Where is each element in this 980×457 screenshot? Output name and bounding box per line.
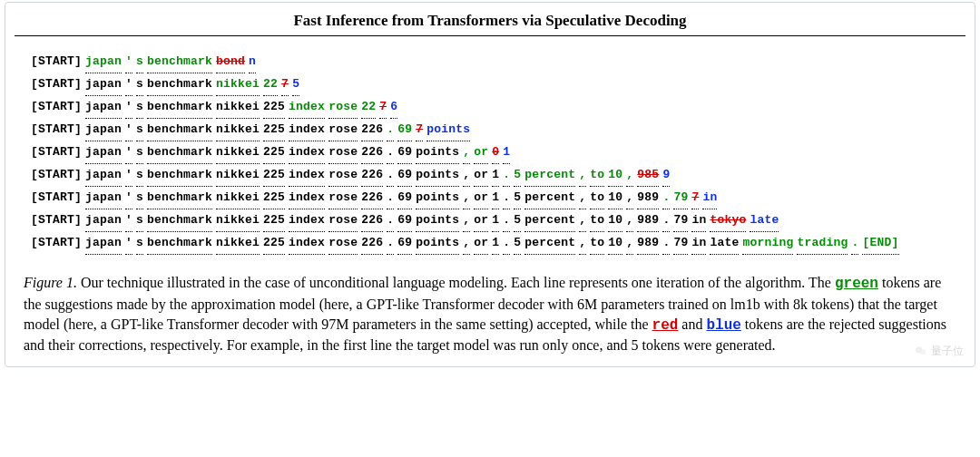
iteration-row: [START]japan'sbenchmarknikkei225indexros… bbox=[31, 187, 965, 209]
token: japan bbox=[85, 164, 122, 187]
token: benchmark bbox=[147, 232, 212, 255]
token: 22 bbox=[263, 73, 278, 96]
token: 5 bbox=[514, 164, 521, 187]
token: rose bbox=[328, 209, 358, 232]
token: , bbox=[579, 232, 586, 255]
token: , bbox=[463, 141, 470, 164]
token: index bbox=[289, 164, 325, 187]
token: trading bbox=[797, 232, 848, 255]
token: [END] bbox=[862, 232, 898, 255]
token: japan bbox=[85, 73, 122, 96]
iteration-trace: [START]japan'sbenchmarkbondn[START]japan… bbox=[15, 51, 965, 255]
token: japan bbox=[85, 209, 122, 232]
token: 10 bbox=[608, 164, 622, 187]
token: 226 bbox=[361, 119, 383, 141]
token: rose bbox=[328, 96, 358, 119]
token: japan bbox=[85, 232, 122, 255]
token: 79 bbox=[673, 187, 688, 209]
token: in bbox=[702, 187, 717, 209]
token: . bbox=[503, 209, 510, 232]
token: . bbox=[387, 232, 394, 255]
token: 225 bbox=[263, 96, 285, 119]
token: , bbox=[626, 209, 633, 232]
token: 5 bbox=[292, 73, 299, 96]
token: , bbox=[579, 187, 586, 209]
token: , bbox=[579, 164, 586, 187]
wechat-icon bbox=[915, 345, 927, 357]
token: [START] bbox=[31, 187, 82, 209]
token: . bbox=[662, 232, 670, 255]
token: or bbox=[474, 164, 488, 187]
token: 7 bbox=[281, 73, 289, 96]
token: benchmark bbox=[147, 51, 212, 73]
token: japan bbox=[85, 141, 122, 164]
token: , bbox=[463, 209, 470, 232]
token: index bbox=[289, 232, 325, 255]
token: bond bbox=[216, 51, 245, 73]
token: benchmark bbox=[147, 209, 212, 232]
token: percent bbox=[524, 209, 575, 232]
token: s bbox=[136, 51, 143, 73]
iteration-row: [START]japan'sbenchmarknikkei225indexros… bbox=[31, 209, 965, 232]
token: rose bbox=[328, 187, 358, 209]
token: s bbox=[136, 119, 143, 141]
token: percent bbox=[524, 232, 575, 255]
token: nikkei bbox=[216, 164, 260, 187]
token: 5 bbox=[514, 187, 521, 209]
token: nikkei bbox=[216, 141, 260, 164]
token: index bbox=[289, 187, 325, 209]
keyword-red: red bbox=[652, 317, 679, 334]
token: . bbox=[662, 209, 670, 232]
token: , bbox=[626, 164, 633, 187]
token: nikkei bbox=[216, 73, 260, 96]
token: or bbox=[474, 209, 488, 232]
token: , bbox=[626, 232, 633, 255]
token: , bbox=[626, 187, 633, 209]
token: 226 bbox=[361, 209, 383, 232]
token: nikkei bbox=[216, 232, 260, 255]
token: s bbox=[136, 96, 143, 119]
token: index bbox=[289, 209, 325, 232]
token: , bbox=[463, 232, 470, 255]
token: 1 bbox=[492, 232, 499, 255]
token: percent bbox=[524, 164, 575, 187]
token: points bbox=[416, 141, 459, 164]
token: to bbox=[590, 164, 604, 187]
token: in bbox=[691, 232, 706, 255]
token: 225 bbox=[263, 232, 285, 255]
token: . bbox=[387, 209, 394, 232]
token: to bbox=[590, 232, 604, 255]
title-rule bbox=[15, 35, 965, 36]
iteration-row: [START]japan'sbenchmarknikkei2275 bbox=[31, 73, 965, 96]
token: , bbox=[579, 209, 586, 232]
token: 69 bbox=[397, 164, 412, 187]
token: ' bbox=[125, 51, 132, 73]
token: late bbox=[750, 209, 779, 232]
token: benchmark bbox=[147, 96, 212, 119]
token: points bbox=[416, 187, 459, 209]
keyword-blue: blue bbox=[706, 317, 740, 334]
token: benchmark bbox=[147, 73, 212, 96]
token: . bbox=[503, 232, 510, 255]
token: 226 bbox=[361, 187, 383, 209]
token: ' bbox=[125, 187, 132, 209]
caption-text-3: and bbox=[681, 316, 706, 332]
token: 225 bbox=[263, 209, 285, 232]
token: . bbox=[503, 187, 510, 209]
svg-point-1 bbox=[920, 350, 926, 355]
token: benchmark bbox=[147, 187, 212, 209]
token: nikkei bbox=[216, 209, 260, 232]
caption-text-1: Our technique illustrated in the case of… bbox=[81, 275, 835, 290]
token: index bbox=[289, 141, 325, 164]
token: 22 bbox=[361, 96, 376, 119]
token: s bbox=[136, 164, 143, 187]
token: . bbox=[387, 164, 394, 187]
paper-title: Fast Inference from Transformers via Spe… bbox=[15, 8, 965, 35]
token: tokyo bbox=[710, 209, 746, 232]
token: s bbox=[136, 141, 143, 164]
token: rose bbox=[328, 119, 358, 141]
token: 225 bbox=[263, 119, 285, 141]
token: , bbox=[463, 164, 470, 187]
token: . bbox=[387, 141, 394, 164]
token: . bbox=[662, 187, 670, 209]
